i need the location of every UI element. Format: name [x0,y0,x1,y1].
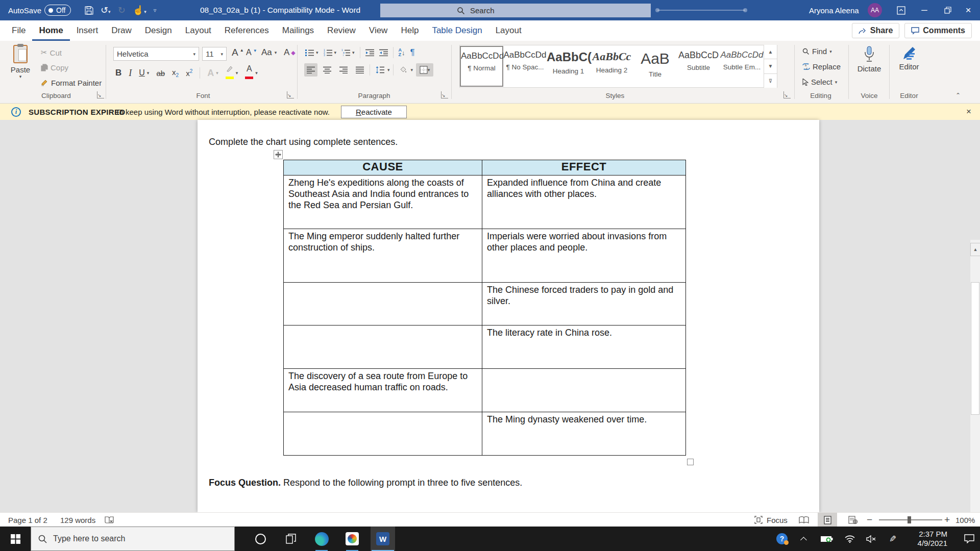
zoom-out-button[interactable]: − [867,513,872,527]
table-header-cause[interactable]: CAUSE [284,160,482,176]
numbering-chevron-icon[interactable]: ▾ [334,50,337,55]
reactivate-button[interactable]: Reactivate [341,106,407,118]
cortana-button[interactable] [248,527,273,551]
tab-help[interactable]: Help [394,20,425,41]
undo-chevron-icon[interactable]: ▾ [108,9,111,14]
shading-button[interactable] [397,63,410,77]
font-size-chevron-icon[interactable]: ▾ [220,52,223,57]
autosave-toggle[interactable]: AutoSave Off [8,0,71,20]
numbering-button[interactable]: 123 [324,49,332,56]
bold-button[interactable]: B [115,68,121,78]
touch-mode-chevron-icon[interactable]: ▾ [144,9,146,14]
tab-references[interactable]: References [218,20,276,41]
font-color-button[interactable]: A [245,65,253,81]
word-count[interactable]: 129 words [60,513,95,527]
action-center-button[interactable] [959,527,980,551]
table-cell[interactable]: Imperials were worried about invasions f… [482,229,686,283]
tab-view[interactable]: View [362,20,395,41]
italic-button[interactable]: I [129,68,132,79]
style-heading1[interactable]: AaBbC( Heading 1 [547,46,590,87]
sort-button[interactable]: AZ ↓ [399,48,405,57]
styles-more-icon[interactable]: ⊽ [764,74,777,88]
zoom-in-button[interactable]: + [944,513,950,527]
paste-chevron-icon[interactable]: ▾ [7,74,34,79]
table-cell[interactable]: The Ming emperor suddenly halted further… [284,229,482,283]
tab-table-layout[interactable]: Layout [489,20,528,41]
tab-layout[interactable]: Layout [179,20,218,41]
customize-qat-icon[interactable]: ▿ [154,7,157,14]
page-indicator[interactable]: Page 1 of 2 [8,513,47,527]
subscript-button[interactable]: x2 [172,68,179,78]
tray-battery-button[interactable] [817,527,837,551]
bullets-button[interactable] [305,49,314,56]
line-spacing-button[interactable] [373,63,386,77]
tray-wifi-button[interactable] [840,527,860,551]
dictate-button[interactable]: Dictate [853,46,885,73]
minimize-button[interactable]: ─ [913,0,936,20]
justify-button[interactable] [353,63,366,77]
clipboard-dialog-launcher[interactable]: ↘ [97,91,104,98]
tab-file[interactable]: File [5,20,32,41]
align-center-button[interactable] [321,63,334,77]
avatar[interactable]: AA [868,3,882,17]
decrease-indent-button[interactable] [365,49,374,56]
collapse-ribbon-icon[interactable]: ⌃ [955,92,961,99]
select-button[interactable]: Select ▾ [802,78,837,86]
document-page[interactable]: Complete the chart using complete senten… [198,120,819,512]
zoom-slider-thumb[interactable] [908,516,911,523]
save-icon[interactable] [85,6,93,15]
styles-scroll-up-icon[interactable]: ▲ [764,45,777,59]
table-cell[interactable] [284,283,482,325]
table-cell[interactable]: Zheng He's expeditions along the coasts … [284,176,482,229]
style-subtitle[interactable]: AaBbCcD Subtitle [677,46,720,87]
taskbar-clock[interactable]: 2:37 PM 4/9/2021 [906,530,947,548]
touch-mode-button[interactable]: ☝▾ [133,5,146,16]
select-chevron-icon[interactable]: ▾ [835,80,838,85]
read-mode-button[interactable] [794,513,814,527]
bullets-chevron-icon[interactable]: ▾ [316,50,318,55]
taskbar-edge-button[interactable] [309,527,334,551]
table-cell[interactable]: The Chinese forced traders to pay in gol… [482,283,686,325]
font-size-combo[interactable]: 11 ▾ [202,47,227,61]
web-layout-button[interactable] [843,513,863,527]
align-left-button[interactable] [304,63,317,77]
font-color-chevron-icon[interactable]: ▾ [255,70,258,76]
comments-button[interactable]: Comments [904,23,972,38]
tab-home[interactable]: Home [32,20,69,41]
editor-button[interactable]: Editor [894,46,924,71]
find-chevron-icon[interactable]: ▾ [829,49,832,54]
print-layout-button[interactable] [818,513,837,527]
borders-chevron-icon[interactable]: ▾ [428,67,430,72]
superscript-button[interactable]: x2 [186,68,192,78]
multilevel-list-button[interactable]: 1ai [341,49,350,56]
taskbar-browser-button[interactable] [340,527,364,551]
find-button[interactable]: Find ▾ [802,47,832,56]
table-cell[interactable]: The literacy rate in China rose. [482,325,686,369]
task-view-button[interactable] [279,527,303,551]
tab-mailings[interactable]: Mailings [276,20,321,41]
change-case-chevron-icon[interactable]: ▾ [275,50,277,55]
table-cell[interactable]: The discovery of a sea route from Europe… [284,369,482,412]
table-header-effect[interactable]: EFFECT [482,160,686,176]
shading-chevron-icon[interactable]: ▾ [411,67,413,72]
styles-scroll-down-icon[interactable]: ▼ [764,59,777,73]
strikethrough-button[interactable]: ab [156,69,165,78]
focus-mode-button[interactable]: Focus [754,513,788,527]
tab-design[interactable]: Design [138,20,179,41]
start-button[interactable] [0,527,31,551]
pilcrow-button[interactable]: ¶ [410,47,415,58]
clear-formatting-button[interactable]: A◆ [284,47,296,58]
change-case-button[interactable]: Aa▾ [261,47,277,58]
ribbon-display-options-button[interactable] [889,0,913,20]
align-right-button[interactable] [337,63,350,77]
line-spacing-chevron-icon[interactable]: ▾ [387,67,390,72]
table-cell[interactable]: The Ming dynasty weakened over time. [482,412,686,456]
borders-button[interactable]: ▾ [416,63,433,77]
tray-expand-button[interactable] [796,527,813,551]
shrink-font-button[interactable]: A▼ [246,48,257,57]
font-family-chevron-icon[interactable]: ▾ [193,52,195,57]
highlight-chevron-icon[interactable]: ▾ [236,70,238,76]
proofing-errors-icon[interactable] [105,513,114,527]
tab-draw[interactable]: Draw [105,20,138,41]
multilevel-chevron-icon[interactable]: ▾ [352,50,355,55]
